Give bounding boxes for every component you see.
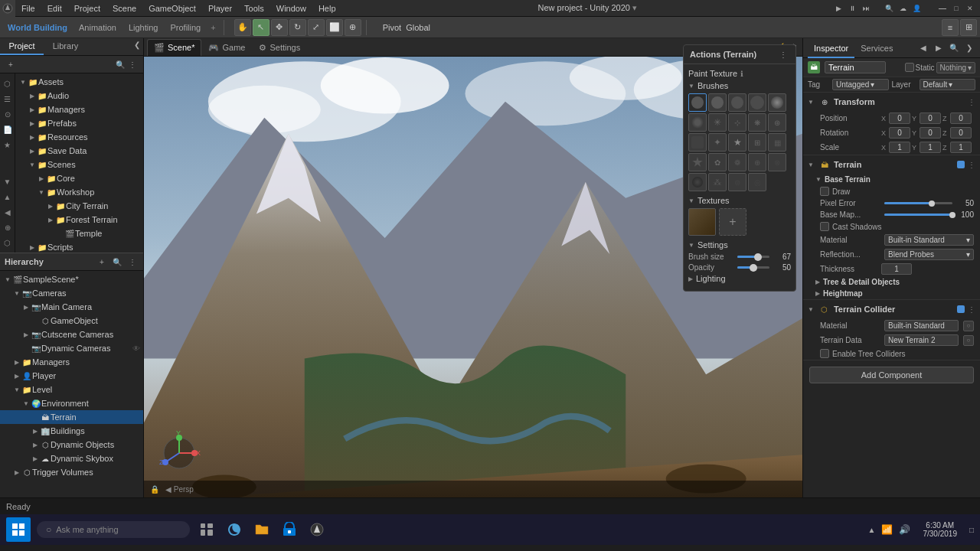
opacity-thumb[interactable]	[750, 264, 757, 272]
pos-z-input[interactable]: 0	[950, 112, 972, 124]
brush-size-slider[interactable]	[737, 256, 769, 258]
tree-prefabs[interactable]: ▶ 📁 Prefabs	[15, 116, 143, 130]
hierarchy-main-camera[interactable]: ▶ 📷 Main Camera	[0, 300, 143, 314]
project-tab[interactable]: Project	[0, 38, 44, 55]
layer-dropdown[interactable]: Default▾	[920, 79, 976, 90]
animation-tab[interactable]: Animation	[74, 18, 122, 37]
hierarchy-menu-button[interactable]: ⋮	[126, 256, 139, 268]
layers-button[interactable]: ≡	[942, 19, 959, 36]
brush-3[interactable]	[728, 93, 746, 112]
hierarchy-level[interactable]: ▼ 📁 Level	[0, 383, 143, 396]
scene-viewport[interactable]: 🎬 Scene* 🎮 Game ⚙ Settings ⊕ ⚡ ⬡	[144, 38, 802, 497]
tree-scripts[interactable]: ▶ 📁 Scripts	[15, 240, 143, 253]
inspector-forward[interactable]: ▶	[933, 42, 945, 54]
tree-savedata[interactable]: ▶ 📁 Save Data	[15, 144, 143, 158]
tree-assets[interactable]: ▼ 📁 Assets	[15, 75, 143, 89]
brush-6[interactable]	[688, 113, 707, 132]
cloud-button[interactable]: ☁	[897, 3, 908, 14]
brush-18[interactable]: ❁	[728, 153, 746, 171]
select-tool[interactable]: ↖	[253, 19, 270, 36]
opacity-slider[interactable]	[737, 266, 769, 269]
library-tab[interactable]: Library	[44, 38, 87, 55]
pixel-error-thumb[interactable]	[929, 201, 935, 207]
brush-size-thumb[interactable]	[754, 253, 762, 261]
rotate-tool[interactable]: ↻	[289, 19, 306, 36]
step-button[interactable]: ⏭	[861, 3, 871, 14]
unity-logo[interactable]	[0, 0, 15, 17]
move-tool[interactable]: ✥	[271, 19, 288, 36]
scale-z-input[interactable]: 1	[950, 142, 972, 153]
transform-header[interactable]: ▼ ⊕ Transform ⋮	[803, 93, 980, 111]
hierarchy-gameobject[interactable]: ▶ ⬡ GameObject	[0, 314, 143, 328]
base-map-thumb[interactable]	[949, 212, 956, 218]
tree-detail-header[interactable]: ▶ Tree & Detail Objects	[803, 276, 980, 288]
add-tab-button[interactable]: +	[207, 23, 218, 32]
brush-22[interactable]: ⁂	[708, 173, 727, 191]
actions-menu-button[interactable]: ⋮	[777, 48, 789, 60]
taskbar-explorer[interactable]	[251, 519, 273, 540]
brush-12[interactable]: ✦	[708, 133, 727, 152]
tree-scenes[interactable]: ▼ 📁 Scenes	[15, 158, 143, 171]
start-button[interactable]	[6, 517, 31, 542]
rect-tool[interactable]: ⬜	[326, 19, 343, 36]
hand-tool[interactable]: ✋	[234, 19, 251, 36]
scale-y-input[interactable]: 1	[920, 142, 941, 153]
side-btn-5[interactable]: ★	[1, 138, 15, 152]
add-component-button[interactable]: Add Component	[809, 367, 974, 383]
terrain-enable-toggle[interactable]	[957, 161, 965, 168]
brush-4[interactable]	[748, 93, 766, 112]
hierarchy-trigger-volumes[interactable]: ▶ ⬡ Trigger Volumes	[0, 465, 143, 479]
tree-resources[interactable]: ▶ 📁 Resources	[15, 130, 143, 144]
hierarchy-managers[interactable]: ▶ 📁 Managers	[0, 355, 143, 369]
side-btn-nav3[interactable]: ◀	[1, 205, 15, 219]
hierarchy-environment[interactable]: ▼ 🌍 Environment	[0, 396, 143, 410]
hierarchy-scene[interactable]: ▼ 🎬 SampleScene*	[0, 272, 143, 286]
tree-managers[interactable]: ▶ 📁 Managers	[15, 103, 143, 116]
collider-material-value[interactable]: Built-in Standard	[884, 320, 959, 331]
terrain-data-link[interactable]: ○	[963, 335, 974, 346]
menu-scene[interactable]: Scene	[106, 0, 142, 17]
tray-up-icon[interactable]: ▲	[868, 526, 876, 534]
brush-8[interactable]: ⊹	[728, 113, 746, 132]
brush-1[interactable]	[688, 93, 707, 112]
lighting-tab[interactable]: Lighting	[123, 18, 164, 37]
draw-checkbox[interactable]	[820, 187, 829, 196]
tree-audio[interactable]: ▶ 📁 Audio	[15, 89, 143, 103]
brush-19[interactable]: ⊕	[748, 153, 766, 171]
enable-tree-colliders-checkbox[interactable]	[820, 349, 829, 358]
notification-icon[interactable]: □	[969, 526, 974, 534]
heightmap-header[interactable]: ▶ Heightmap	[803, 288, 980, 299]
pos-y-input[interactable]: 0	[920, 112, 941, 124]
menu-file[interactable]: File	[15, 0, 41, 17]
side-btn-nav1[interactable]: ▼	[1, 174, 15, 188]
add-asset-button[interactable]: +	[5, 58, 17, 70]
inspector-tab[interactable]: Inspector	[808, 38, 854, 58]
terrain-collider-header[interactable]: ▼ ⬡ Terrain Collider ⋮	[803, 300, 980, 318]
reflection-dropdown[interactable]: Blend Probes ▾	[884, 249, 974, 260]
pixel-error-slider[interactable]	[884, 202, 952, 204]
brush-2[interactable]	[708, 93, 727, 112]
pivot-toggle[interactable]: Pivot	[383, 23, 401, 32]
taskbar-task-view[interactable]	[196, 519, 217, 540]
taskbar-edge[interactable]	[224, 519, 245, 540]
thickness-input[interactable]: 1	[881, 263, 912, 275]
inspector-collapse[interactable]: ❯	[963, 42, 975, 54]
hierarchy-dynamic-objects[interactable]: ▶ ⬡ Dynamic Objects	[0, 438, 143, 452]
brush-17[interactable]: ✿	[708, 153, 727, 171]
taskbar-search[interactable]: ○ Ask me anything	[37, 521, 190, 538]
menu-player[interactable]: Player	[202, 0, 238, 17]
transform-tool[interactable]: ⊕	[345, 19, 361, 36]
lighting-section-label[interactable]: ▶ Lighting	[688, 274, 791, 283]
menu-project[interactable]: Project	[68, 0, 106, 17]
terrain-component-header[interactable]: ▼ 🏔 Terrain ⋮	[803, 155, 980, 174]
brush-5[interactable]	[768, 93, 786, 112]
brush-11[interactable]	[688, 133, 707, 152]
terrain-collider-menu[interactable]: ⋮	[968, 305, 975, 314]
menu-edit[interactable]: Edit	[41, 0, 68, 17]
profile-button[interactable]: 👤	[911, 3, 922, 14]
brush-24[interactable]: ◎	[748, 173, 766, 191]
inspector-search[interactable]: 🔍	[948, 42, 960, 54]
tag-dropdown[interactable]: Untagged▾	[832, 79, 889, 90]
brush-14[interactable]: ⊞	[748, 133, 766, 152]
global-toggle[interactable]: Global	[406, 23, 430, 32]
